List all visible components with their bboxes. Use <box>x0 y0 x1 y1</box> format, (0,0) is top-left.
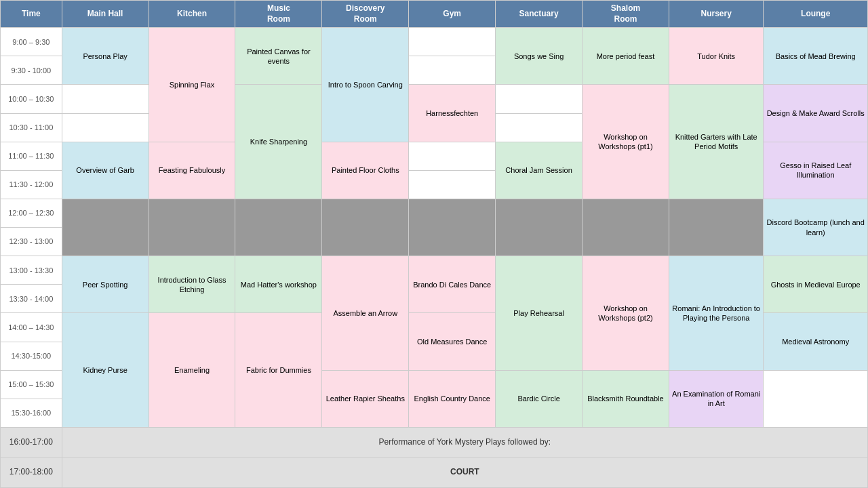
time-1000: 10:00 – 10:30 <box>1 85 62 113</box>
event-songs-we-sing: Songs we Sing <box>496 28 583 85</box>
event-assemble-arrow: Assemble an Arrow <box>322 256 409 371</box>
event-knife-sharpening: Knife Sharpening <box>235 85 322 199</box>
gym-0930 <box>409 56 496 85</box>
main-hall-lunch <box>62 199 149 256</box>
event-examination-romani: An Examination of Romani in Art <box>669 370 764 427</box>
sanctuary-lunch <box>496 199 583 256</box>
event-romani-intro: Romani: An Introduction to Playing the P… <box>669 256 764 371</box>
header-discovery-room: Discovery Room <box>322 1 409 28</box>
time-1530: 15:30-16:00 <box>1 399 62 427</box>
event-enameling: Enameling <box>149 313 235 428</box>
event-play-rehearsal: Play Rehearsal <box>496 256 583 371</box>
time-1400: 14:00 – 14:30 <box>1 313 62 342</box>
event-overview-garb: Overview of Garb <box>62 142 149 199</box>
event-feasting-fabulously: Feasting Fabulously <box>149 142 235 199</box>
gym-0900 <box>409 28 496 56</box>
header-shalom-room: Shalom Room <box>583 1 669 28</box>
event-tudor-knits: Tudor Knits <box>669 28 764 85</box>
event-peer-spotting: Peer Spotting <box>62 256 149 313</box>
gym-1130 <box>409 170 496 199</box>
sanctuary-1030 <box>496 113 583 142</box>
event-intro-spoon: Intro to Spoon Carving <box>322 28 409 142</box>
event-persona-play: Persona Play <box>62 28 149 85</box>
time-1300: 13:00 - 13:30 <box>1 256 62 285</box>
main-hall-1030 <box>62 113 149 142</box>
gym-lunch <box>409 199 496 256</box>
header-time: Time <box>1 1 62 28</box>
schedule-table: Time Main Hall Kitchen Music Room Discov… <box>0 0 868 488</box>
kitchen-lunch <box>149 199 235 256</box>
event-english-country: English Country Dance <box>409 370 496 427</box>
time-1230: 12:30 - 13:00 <box>1 228 62 256</box>
shalom-room-lunch <box>583 199 669 256</box>
event-brando-dance: Brando Di Cales Dance <box>409 256 496 313</box>
event-more-period-feast: More period feast <box>583 28 669 85</box>
sanctuary-1000 <box>496 85 583 113</box>
event-old-measures: Old Measures Dance <box>409 313 496 370</box>
event-design-make: Design & Make Award Scrolls <box>764 85 868 142</box>
event-gesso: Gesso in Raised Leaf Illumination <box>764 142 868 199</box>
time-1100: 11:00 – 11:30 <box>1 142 62 170</box>
lounge-1500 <box>764 370 868 427</box>
header-kitchen: Kitchen <box>149 1 235 28</box>
header-main-hall: Main Hall <box>62 1 149 28</box>
discovery-room-lunch <box>322 199 409 256</box>
nursery-lunch <box>669 199 764 256</box>
event-leather-rapier: Leather Rapier Sheaths <box>322 370 409 427</box>
event-workshop-pt2: Workshop on Workshops (pt2) <box>583 256 669 371</box>
header-music-room: Music Room <box>235 1 322 28</box>
time-1600: 16:00-17:00 <box>1 427 62 457</box>
header-lounge: Lounge <box>764 1 868 28</box>
event-spinning-flax: Spinning Flax <box>149 28 235 142</box>
event-court: COURT <box>62 458 867 488</box>
time-0930: 9:30 - 10:00 <box>1 56 62 85</box>
time-1500: 15:00 – 15:30 <box>1 370 62 399</box>
main-hall-1000 <box>62 85 149 113</box>
event-york-mystery: Performance of York Mystery Plays follow… <box>62 427 867 457</box>
header-sanctuary: Sanctuary <box>496 1 583 28</box>
time-1200: 12:00 – 12:30 <box>1 199 62 227</box>
time-1700: 17:00-18:00 <box>1 458 62 488</box>
event-ghosts-medieval: Ghosts in Medieval Europe <box>764 256 868 313</box>
event-discord-bootcamp: Discord Bootcamp (lunch and learn) <box>764 199 868 256</box>
event-harnessfechten: Harnessfechten <box>409 85 496 142</box>
event-intro-glass: Introduction to Glass Etching <box>149 256 235 313</box>
event-painted-floor: Painted Floor Cloths <box>322 142 409 199</box>
time-1330: 13:30 - 14:00 <box>1 285 62 313</box>
event-painted-canvas: Painted Canvas for events <box>235 28 322 85</box>
time-0900: 9:00 – 9:30 <box>1 28 62 56</box>
event-choral-jam: Choral Jam Session <box>496 142 583 199</box>
event-blacksmith-roundtable: Blacksmith Roundtable <box>583 370 669 427</box>
event-knitted-garters: Knitted Garters with Late Period Motifs <box>669 85 764 199</box>
music-room-lunch <box>235 199 322 256</box>
event-bardic-circle: Bardic Circle <box>496 370 583 427</box>
event-kidney-purse: Kidney Purse <box>62 313 149 428</box>
header-nursery: Nursery <box>669 1 764 28</box>
header-gym: Gym <box>409 1 496 28</box>
gym-1100 <box>409 142 496 170</box>
time-1430: 14:30-15:00 <box>1 342 62 370</box>
time-1130: 11:30 - 12:00 <box>1 170 62 199</box>
event-medieval-astronomy: Medieval Astronomy <box>764 313 868 370</box>
event-mad-hatters: Mad Hatter's workshop <box>235 256 322 313</box>
time-1030: 10:30 - 11:00 <box>1 113 62 142</box>
event-fabric-dummies: Fabric for Dummies <box>235 313 322 428</box>
event-workshop-pt1: Workshop on Workshops (pt1) <box>583 85 669 199</box>
event-basics-mead: Basics of Mead Brewing <box>764 28 868 85</box>
